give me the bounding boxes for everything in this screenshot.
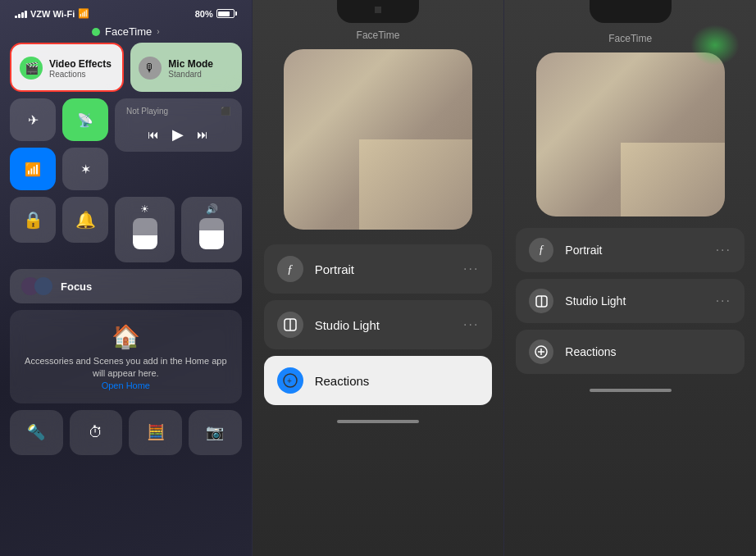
reactions-label: Reactions [315,374,480,388]
svg-text:+: + [287,376,292,385]
portrait-dots[interactable]: ··· [463,262,479,276]
home-text: Accessories and Scenes you add in the Ho… [23,355,229,381]
video-effects-icon: 🎬 [20,57,43,80]
media-controls: ⏮ ▶ ⏭ [126,125,230,144]
rewind-button[interactable]: ⏮ [148,128,159,141]
panel3-preview [536,52,725,216]
media-tile: Not Playing ⬛ ⏮ ▶ ⏭ [115,98,242,152]
flashlight-icon: 🔦 [27,423,45,441]
reactions-icon: + [277,367,303,394]
video-effects-sublabel: Reactions [49,70,112,79]
home-icon: 🏠 [23,323,229,350]
mic-mode-sublabel: Standard [168,70,213,79]
wifi-tile[interactable]: 📶 [10,148,56,190]
studio-light-icon [277,312,303,338]
video-effects-text: Video Effects Reactions [49,58,112,79]
bottom-row: 🔦 ⏱ 🧮 📷 [10,410,242,455]
panel2-studio-light-option[interactable]: Studio Light ··· [264,300,493,349]
wifi-icon: 📶 [78,8,89,19]
signal-bars-icon [15,10,27,18]
camera-tile[interactable]: 📷 [189,410,242,455]
panel3-top-notch [590,0,672,23]
video-effects-label: Video Effects [49,58,112,70]
mic-mode-tile[interactable]: 🎙 Mic Mode Standard [130,43,241,92]
video-effects-expanded-panel: FaceTime ƒ Portrait ··· Studio Light ··· [504,0,756,556]
focus-label: Focus [61,280,92,293]
facetime-label: FaceTime [105,25,152,38]
bell-tile[interactable]: 🔔 [62,197,108,243]
brightness-slider[interactable]: ☀ [115,197,175,262]
top-notch [337,0,419,23]
facetime-dot [92,28,100,36]
camera-icon: 📷 [206,423,224,441]
status-left: VZW Wi-Fi 📶 [15,8,89,19]
panel3-portrait-label: Portrait [565,244,704,257]
panel3-portrait-icon: ƒ [529,238,553,262]
play-button[interactable]: ▶ [172,125,184,144]
lock-bell-sliders-row: 🔒 🔔 ☀ 🔊 [10,197,242,262]
control-center-panel: VZW Wi-Fi 📶 80% FaceTime › 🎬 [0,0,252,556]
orientation-lock-tile[interactable]: 🔒 [10,197,56,243]
brightness-track [133,218,157,249]
facetime-bar[interactable]: FaceTime › [10,22,242,43]
status-bar: VZW Wi-Fi 📶 80% [10,0,242,22]
facetime-effects-panel: FaceTime ƒ Portrait ··· Studio Light ··· [253,0,504,556]
mic-icon: 🎙 [139,57,162,80]
timer-icon: ⏱ [89,424,103,441]
studio-light-label: Studio Light [315,318,452,332]
not-playing-label: Not Playing [126,107,168,116]
panel2-preview [284,49,472,230]
green-blob [690,25,740,66]
panel3-reactions-option[interactable]: Reactions [516,330,745,374]
panel2-reactions-option[interactable]: + Reactions [264,356,493,405]
panel3-studio-light-option[interactable]: Studio Light ··· [516,279,745,323]
battery-icon [216,9,237,18]
calculator-tile[interactable]: 🧮 [129,410,182,455]
panel3-portrait-dots[interactable]: ··· [716,243,731,257]
panel3-home-bar [590,389,672,392]
fast-forward-button[interactable]: ⏭ [197,128,208,141]
panel3-reactions-icon [529,340,553,364]
mic-mode-label: Mic Mode [168,58,213,70]
airplane-tile[interactable]: ✈ [10,98,56,141]
chevron-right-icon: › [157,27,159,36]
home-bar [337,420,419,423]
panel3-app-label: FaceTime [608,33,652,44]
camera-dot [375,7,381,13]
panel3-studio-light-label: Studio Light [565,294,704,308]
timer-tile[interactable]: ⏱ [70,410,123,455]
focus-tile[interactable]: Focus [10,269,242,303]
brightness-icon: ☀ [140,203,149,215]
panel3-portrait-option[interactable]: ƒ Portrait ··· [516,228,745,272]
screen-mirror-icon: ⬛ [221,107,230,116]
status-right: 80% [195,9,237,19]
focus-avatars [21,277,52,295]
open-home-link[interactable]: Open Home [23,381,229,390]
preview-corner [621,143,725,216]
video-effects-tile[interactable]: 🎬 Video Effects Reactions [10,43,124,92]
focus-row: Focus [10,269,242,303]
panel3-studio-light-icon [529,289,553,313]
bluetooth-tile[interactable]: ✶ [62,148,108,190]
volume-track [199,218,224,249]
panel2-app-label: FaceTime [357,30,400,41]
volume-icon: 🔊 [206,203,218,215]
battery-percent: 80% [195,9,213,19]
flashlight-tile[interactable]: 🔦 [10,410,63,455]
panel2-preview-inner [359,139,472,230]
panel2-portrait-option[interactable]: ƒ Portrait ··· [264,244,493,294]
calculator-icon: 🧮 [147,423,165,441]
home-section: 🏠 Accessories and Scenes you add in the … [10,310,242,403]
grid-media-row: ✈ 📡 📶 ✶ Not Playing ⬛ ⏮ ▶ ⏭ [10,98,242,190]
mic-mode-text: Mic Mode Standard [168,58,213,79]
studio-light-dots[interactable]: ··· [463,317,479,332]
panel3-studio-light-dots[interactable]: ··· [716,294,731,308]
volume-slider[interactable]: 🔊 [181,197,241,262]
portrait-label: Portrait [315,262,452,276]
top-tiles-row: 🎬 Video Effects Reactions 🎙 Mic Mode Sta… [10,43,242,92]
portrait-icon: ƒ [277,256,303,282]
carrier-label: VZW Wi-Fi [30,9,75,19]
cellular-tile[interactable]: 📡 [62,98,108,141]
media-top: Not Playing ⬛ [126,107,230,116]
panel3-reactions-label: Reactions [565,345,731,358]
